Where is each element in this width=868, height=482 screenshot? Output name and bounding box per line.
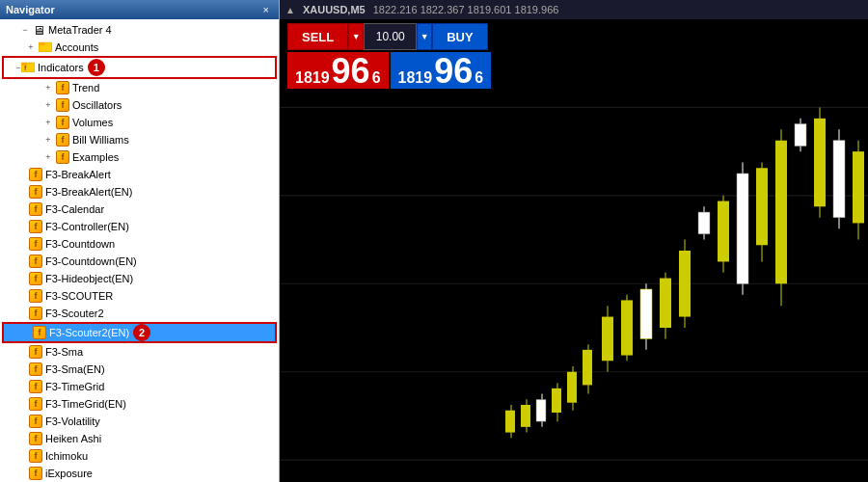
chart-prices: 1822.216 1822.367 1819.601 1819.966 [373, 4, 559, 15]
tree-item-trend[interactable]: + f Trend [0, 79, 279, 96]
f3-hideobject-icon: f [29, 272, 42, 285]
tree-item-examples[interactable]: + f Examples [0, 148, 279, 166]
tree-item-metatrader[interactable]: − 🖥 MetaTrader 4 [0, 21, 279, 39]
tree-item-oscillators[interactable]: + f Oscillators [0, 96, 279, 114]
examples-ind-icon: f [56, 150, 69, 164]
tree-item-f3scouter2en[interactable]: f F3-Scouter2(EN) 2 [4, 324, 275, 341]
expand-icon-bill-williams: + [41, 132, 56, 147]
svg-rect-24 [718, 201, 729, 262]
sell-price-box: 1819 96 6 [287, 52, 389, 89]
buy-price-small: 1819 [398, 69, 433, 87]
ichimoku-label: Ichimoku [45, 450, 88, 462]
f3-sma-icon: f [29, 345, 42, 359]
volumes-ind-icon: f [56, 116, 69, 129]
sell-dropdown-arrow[interactable]: ▼ [348, 23, 364, 50]
f3-scouter-label: F3-SCOUTER [45, 290, 113, 302]
f3-breakalert-en-icon: f [29, 185, 42, 199]
list-item[interactable]: f F3-TimeGrid(EN) [0, 395, 279, 413]
f3-controller-icon: f [29, 220, 42, 233]
trading-row-buttons: SELL ▼ ▼ BUY [287, 23, 491, 50]
list-item[interactable]: f F3-Countdown(EN) [0, 253, 279, 270]
f3-scouter2en-icon: f [33, 326, 46, 339]
main-layout: Navigator × − 🖥 MetaTrader 4 + [0, 0, 868, 482]
svg-rect-30 [775, 141, 787, 284]
chart-header-icon: ▲ [285, 5, 295, 15]
f3-volatility-icon: f [29, 415, 42, 428]
svg-rect-46 [552, 388, 561, 413]
list-item[interactable]: f F3-Controller(EN) [0, 218, 279, 235]
tree-item-volumes[interactable]: + f Volumes [0, 114, 279, 131]
expand-icon-oscillators: + [41, 97, 56, 113]
list-item[interactable]: f Ichimoku [0, 447, 279, 465]
price-input[interactable] [364, 23, 417, 50]
tree-item-indicators[interactable]: − f Indicators 1 [4, 58, 275, 77]
trend-ind-icon: f [56, 81, 69, 94]
buy-price-large: 96 [434, 54, 473, 89]
list-item[interactable]: f F3-Hideobject(EN) [0, 270, 279, 287]
oscillators-label: Oscillators [72, 99, 122, 111]
buy-dropdown-arrow[interactable]: ▼ [417, 23, 432, 50]
f3-sma-label: F3-Sma [45, 346, 83, 358]
list-item[interactable]: f F3-Sma(EN) [0, 361, 279, 378]
badge-2: 2 [133, 324, 150, 341]
list-item[interactable]: f iExposure [0, 465, 279, 482]
f3-timegrid-icon: f [29, 380, 42, 393]
svg-rect-42 [521, 405, 530, 427]
f3-volatility-label: F3-Volatility [45, 415, 100, 427]
list-item[interactable]: f F3-SCOUTER [0, 287, 279, 305]
svg-rect-14 [621, 300, 633, 355]
indicators-label: Indicators [38, 62, 84, 73]
f3-timegrid-en-icon: f [29, 397, 42, 411]
ichimoku-icon: f [29, 449, 42, 463]
navigator-close-button[interactable]: × [259, 4, 273, 15]
sell-button[interactable]: SELL [287, 23, 348, 50]
badge-1: 1 [88, 59, 105, 76]
oscillators-ind-icon: f [56, 98, 69, 112]
list-item[interactable]: f F3-Sma [0, 343, 279, 361]
svg-rect-26 [737, 174, 748, 283]
expand-icon-trend: + [41, 80, 56, 95]
list-item[interactable]: f F3-BreakAlert [0, 166, 279, 183]
navigator-title-bar: Navigator × [0, 0, 279, 19]
chart-header: ▲ XAUUSD,M5 1822.216 1822.367 1819.601 1… [280, 0, 868, 19]
expand-icon-examples: + [41, 149, 56, 165]
expand-icon-volumes: + [41, 115, 56, 130]
buy-button[interactable]: BUY [432, 23, 487, 50]
list-item[interactable]: f F3-Countdown [0, 235, 279, 253]
f3-controller-label: F3-Controller(EN) [45, 221, 129, 232]
list-item[interactable]: f Heiken Ashi [0, 430, 279, 447]
list-item[interactable]: f F3-Volatility [0, 413, 279, 430]
f3-scouter-icon: f [29, 289, 42, 303]
navigator-title-label: Navigator [6, 4, 55, 15]
expand-icon-mt4: − [17, 22, 33, 38]
list-item[interactable]: f F3-BreakAlert(EN) [0, 183, 279, 201]
bill-williams-label: Bill Williams [72, 134, 129, 146]
f3-countdown-label: F3-Countdown [45, 238, 115, 250]
selected-item-box: f F3-Scouter2(EN) 2 [2, 322, 277, 343]
f3-sma-en-icon: f [29, 362, 42, 376]
chart-area: ▲ XAUUSD,M5 1822.216 1822.367 1819.601 1… [280, 0, 868, 482]
svg-rect-18 [660, 279, 671, 328]
tree-item-bill-williams[interactable]: + f Bill Williams [0, 131, 279, 148]
f3-countdown-en-label: F3-Countdown(EN) [45, 255, 137, 267]
list-item[interactable]: f F3-TimeGrid [0, 378, 279, 395]
list-item[interactable]: f F3-Scouter2 [0, 305, 279, 322]
volumes-label: Volumes [72, 117, 113, 128]
accounts-folder-icon [39, 40, 52, 55]
list-item[interactable]: f F3-Calendar [0, 201, 279, 218]
chart-symbol: XAUUSD,M5 [303, 4, 366, 15]
f3-scouter2-label: F3-Scouter2 [45, 308, 104, 319]
f3-breakalert-icon: f [29, 168, 42, 181]
mt4-label: MetaTrader 4 [48, 24, 112, 36]
svg-rect-20 [679, 251, 691, 317]
trading-panel: SELL ▼ ▼ BUY 1819 96 6 1819 96 6 [287, 23, 491, 89]
svg-rect-22 [698, 212, 710, 234]
tree-item-accounts[interactable]: + Accounts [0, 39, 279, 56]
iexposure-icon: f [29, 467, 42, 480]
navigator-content: − 🖥 MetaTrader 4 + Accounts − [0, 19, 279, 482]
iexposure-label: iExposure [45, 468, 93, 479]
expand-icon-indicators: − [6, 60, 21, 75]
svg-rect-40 [505, 411, 515, 433]
svg-rect-32 [795, 124, 806, 147]
heiken-ashi-icon: f [29, 432, 42, 445]
